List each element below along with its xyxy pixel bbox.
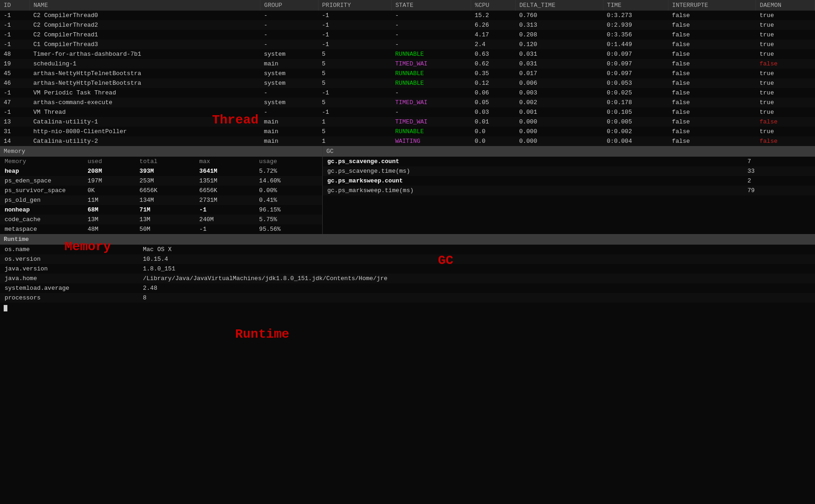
thread-cell: 6.26: [471, 20, 515, 30]
thread-cell: 4.17: [471, 30, 515, 40]
memory-cell: 5.72%: [254, 166, 322, 176]
thread-cell: system: [260, 98, 319, 107]
thread-cell: 14: [0, 136, 30, 146]
runtime-value-cell: 1.8.0_151: [138, 264, 815, 274]
thread-cell: 0:0.004: [603, 136, 668, 146]
col-id: ID: [0, 0, 30, 11]
thread-cell: 0.003: [515, 88, 603, 98]
thread-cell: -1: [318, 88, 391, 98]
memory-row: ps_survivor_space0K6656K6656K0.00%: [0, 186, 322, 195]
thread-cell: RUNNABLE: [391, 49, 471, 59]
memory-cell: 96.15%: [254, 205, 322, 215]
runtime-value-cell: 2.48: [138, 283, 815, 293]
col-interrupted: INTERRUPTE: [668, 0, 756, 11]
gc-row: gc.ps_marksweep.count2: [323, 176, 815, 186]
thread-cell: false: [668, 107, 756, 117]
thread-cell: 1: [318, 117, 391, 127]
thread-cell: scheduling-1: [30, 59, 260, 69]
thread-cell: 0.000: [515, 136, 603, 146]
thread-cell: arthas-NettyHttpTelnetBootstra: [30, 69, 260, 78]
thread-cell: -: [391, 30, 471, 40]
thread-cell: false: [668, 127, 756, 136]
gc-row: gc.ps_scavenge.count7: [323, 157, 815, 166]
thread-cell: 0.002: [515, 98, 603, 107]
thread-cell: 5: [318, 69, 391, 78]
thread-cell: 45: [0, 69, 30, 78]
memory-row: ps_old_gen11M134M2731M0.41%: [0, 195, 322, 205]
memory-cell: 95.56%: [254, 224, 322, 234]
thread-cell: WAITING: [391, 136, 471, 146]
thread-cell: 0:0.105: [603, 107, 668, 117]
runtime-key-cell: os.version: [0, 254, 138, 264]
thread-cell: false: [668, 11, 756, 20]
thread-cell: TIMED_WAI: [391, 117, 471, 127]
thread-cell: false: [668, 88, 756, 98]
thread-cell: 5: [318, 49, 391, 59]
thread-cell: -1: [0, 88, 30, 98]
memory-cell: -1: [195, 224, 254, 234]
runtime-row: processors8: [0, 293, 815, 303]
thread-row: 31http-nio-8080-ClientPollermain5RUNNABL…: [0, 127, 815, 136]
mem-gc-data: Memory used total max usage heap208M393M…: [0, 157, 815, 234]
memory-cell: 6656K: [195, 186, 254, 195]
memory-table: Memory used total max usage heap208M393M…: [0, 157, 322, 234]
thread-cell: 5: [318, 78, 391, 88]
runtime-table: os.nameMac OS Xos.version10.15.4java.ver…: [0, 245, 815, 303]
gc-value-cell: 7: [743, 157, 815, 166]
thread-cell: true: [756, 49, 815, 59]
thread-cell: C1 CompilerThread3: [30, 40, 260, 49]
thread-cell: 0.35: [471, 69, 515, 78]
memory-col-header: Memory used total max usage: [0, 157, 322, 166]
thread-row: 46arthas-NettyHttpTelnetBootstrasystem5R…: [0, 78, 815, 88]
thread-cell: 0.006: [515, 78, 603, 88]
memory-cell: 11M: [83, 195, 135, 205]
thread-cell: 0.031: [515, 49, 603, 59]
thread-cell: C2 CompilerThread0: [30, 11, 260, 20]
thread-cell: Timer-for-arthas-dashboard-7b1: [30, 49, 260, 59]
gc-name-cell: gc.ps_scavenge.count: [323, 157, 743, 166]
thread-row: -1VM Thread--1-0.030.0010:0.105falsetrue: [0, 107, 815, 117]
memory-cell: 253M: [135, 176, 195, 186]
thread-cell: TIMED_WAI: [391, 98, 471, 107]
gc-name-cell: gc.ps_marksweep.time(ms): [323, 186, 743, 195]
thread-cell: 0:1.449: [603, 40, 668, 49]
thread-row: -1VM Periodic Task Thread--1-0.060.0030:…: [0, 88, 815, 98]
runtime-row: systemload.average2.48: [0, 283, 815, 293]
thread-cell: false: [668, 136, 756, 146]
thread-cell: 48: [0, 49, 30, 59]
memory-cell: 393M: [135, 166, 195, 176]
gc-value-cell: 79: [743, 186, 815, 195]
runtime-key-cell: java.version: [0, 264, 138, 274]
memory-cell: 0K: [83, 186, 135, 195]
thread-cell: 0:0.025: [603, 88, 668, 98]
thread-cell: VM Periodic Task Thread: [30, 88, 260, 98]
memory-cell: 1351M: [195, 176, 254, 186]
memory-cell: 197M: [83, 176, 135, 186]
thread-cell: 1: [318, 136, 391, 146]
thread-cell: true: [756, 69, 815, 78]
thread-cell: -1: [318, 30, 391, 40]
thread-row: 45arthas-NettyHttpTelnetBootstrasystem5R…: [0, 69, 815, 78]
thread-cell: 19: [0, 59, 30, 69]
memory-cell: 13M: [135, 215, 195, 224]
thread-cell: http-nio-8080-ClientPoller: [30, 127, 260, 136]
thread-cell: -: [391, 20, 471, 30]
thread-table: ID NAME GROUP PRIORITY STATE %CPU DELTA_…: [0, 0, 815, 146]
thread-cell: 0.208: [515, 30, 603, 40]
memory-cell: 3641M: [195, 166, 254, 176]
thread-row: 48Timer-for-arthas-dashboard-7b1system5R…: [0, 49, 815, 59]
memory-cell: 240M: [195, 215, 254, 224]
thread-cell: 47: [0, 98, 30, 107]
thread-cell: -: [260, 88, 319, 98]
thread-cell: 0:0.097: [603, 59, 668, 69]
col-time: TIME: [603, 0, 668, 11]
thread-cell: -1: [318, 40, 391, 49]
thread-cell: true: [756, 20, 815, 30]
memory-cell: ps_survivor_space: [0, 186, 83, 195]
memory-cell: heap: [0, 166, 83, 176]
thread-cell: -: [260, 30, 319, 40]
thread-cell: -: [260, 107, 319, 117]
memory-cell: metaspace: [0, 224, 83, 234]
thread-cell: false: [668, 78, 756, 88]
thread-cell: false: [756, 117, 815, 127]
